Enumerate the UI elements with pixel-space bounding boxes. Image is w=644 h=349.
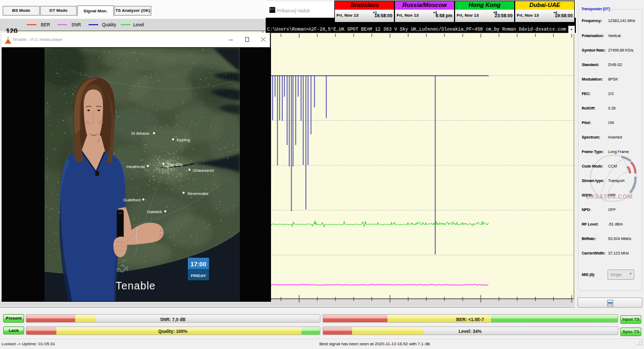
svg-text:Guildford: Guildford xyxy=(123,198,141,202)
svg-text:Gatwick: Gatwick xyxy=(147,209,163,214)
svg-text:The City: The City xyxy=(167,162,183,166)
svg-text:Sevenoaks: Sevenoaks xyxy=(187,191,209,195)
svg-text:Gravesend: Gravesend xyxy=(193,168,214,173)
svg-text:Epping: Epping xyxy=(177,137,190,142)
svg-text:FRIDAY: FRIDAY xyxy=(191,273,207,278)
svg-text:St Albans: St Albans xyxy=(131,131,149,136)
svg-text:Heathrow: Heathrow xyxy=(127,164,145,169)
svg-text:Tenable: Tenable xyxy=(116,279,156,291)
svg-text:17:00: 17:00 xyxy=(191,261,206,267)
